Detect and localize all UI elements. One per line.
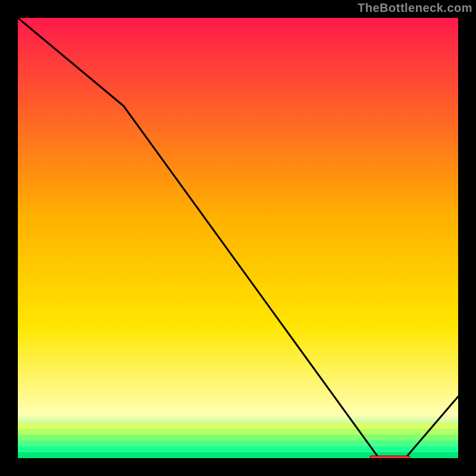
band-stripe — [18, 435, 458, 441]
watermark-text: TheBottleneck.com — [358, 1, 472, 15]
plot-area — [18, 18, 458, 458]
band-stripe — [18, 423, 458, 429]
bottleneck-chart — [18, 18, 458, 458]
bottom-band-stripes — [18, 423, 458, 458]
chart-frame: TheBottleneck.com — [0, 0, 476, 476]
valley-marker — [370, 456, 410, 458]
band-stripe — [18, 429, 458, 435]
band-stripe — [18, 440, 458, 446]
gradient-background — [18, 18, 458, 458]
band-stripe — [18, 446, 458, 452]
